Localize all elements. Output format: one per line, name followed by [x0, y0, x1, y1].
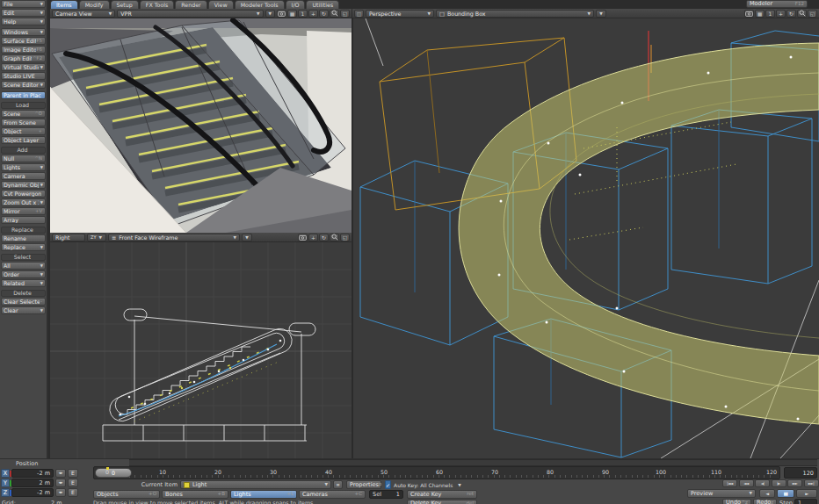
transport-button[interactable]: ►►|: [804, 479, 819, 487]
sidebar-item[interactable]: Camera: [1, 172, 46, 180]
nudge-button[interactable]: ◂▸: [55, 469, 66, 478]
end-frame-field[interactable]: 120: [784, 467, 817, 479]
current-item-dropdown[interactable]: Light ▼: [180, 480, 331, 489]
main-tab[interactable]: Modeler Tools: [235, 0, 285, 9]
sidebar-item[interactable]: Cvt Powergons: [1, 190, 46, 198]
play-forward-button[interactable]: ►: [796, 489, 817, 498]
sidebar-item[interactable]: Mirror +V: [1, 207, 46, 215]
sidebar-item[interactable]: All ▼: [1, 262, 46, 270]
sidebar-item[interactable]: Dynamic Obj ▼: [1, 181, 46, 189]
pan-icon[interactable]: +: [776, 10, 786, 18]
sidebar-item[interactable]: Scene ^O: [1, 110, 46, 118]
main-tab[interactable]: View: [208, 0, 234, 9]
step-field[interactable]: 1: [794, 499, 817, 504]
camera-viewport[interactable]: [50, 18, 352, 233]
perspective-viewport[interactable]: [352, 18, 819, 458]
sidebar-item[interactable]: Virtual Studio ▼: [1, 63, 46, 71]
maximize-viewport-icon[interactable]: ◱: [340, 234, 350, 241]
sidebar-item[interactable]: From Scene: [1, 119, 46, 126]
main-tab[interactable]: FX Tools: [140, 0, 174, 9]
sidebar-item[interactable]: Delete: [1, 290, 46, 297]
sidebar-item[interactable]: Clear ▼: [1, 306, 46, 314]
pane-layout-icon[interactable]: ◫: [354, 10, 364, 18]
main-tab[interactable]: I/O: [286, 0, 306, 9]
zoom-icon[interactable]: [330, 234, 339, 241]
envelope-button[interactable]: E: [68, 479, 78, 487]
wireframe-toggle-icon[interactable]: ▦: [287, 10, 297, 18]
redo-button[interactable]: Redo z: [753, 499, 777, 504]
dope-track[interactable]: [129, 459, 817, 466]
axis-chip[interactable]: Y: [1, 479, 10, 487]
sidebar-item[interactable]: Edit ▼: [1, 9, 46, 17]
render-mode-dropdown[interactable]: VPR ▼: [117, 10, 263, 18]
sidebar-item[interactable]: Scene Editor ▼: [1, 81, 46, 89]
sidebar-item[interactable]: Object +: [1, 127, 46, 135]
preview-dropdown[interactable]: Preview ▼: [687, 489, 756, 498]
create-key-button[interactable]: Create Key ret: [407, 490, 477, 499]
axis-chip[interactable]: Z: [1, 488, 10, 497]
sidebar-item[interactable]: Object Layer: [1, 136, 46, 144]
position-value-field[interactable]: -2 m: [11, 488, 54, 497]
maximize-viewport-icon[interactable]: ◱: [808, 10, 817, 18]
perspective-view-mode-dropdown[interactable]: Perspective ▼: [366, 10, 434, 18]
wireframe-toggle-icon[interactable]: ▦: [755, 10, 765, 18]
sidebar-item[interactable]: Zoom Out x 2 ▼: [1, 198, 46, 206]
main-tab[interactable]: Render: [175, 0, 207, 9]
camera-icon[interactable]: [744, 10, 754, 18]
sidebar-item[interactable]: Parent in Place: [1, 91, 46, 99]
main-tab[interactable]: Items: [50, 0, 78, 9]
sidebar-item[interactable]: Image Editor F6: [1, 46, 46, 54]
edit-mode-button[interactable]: Cameras +C: [299, 490, 366, 499]
sidebar-item[interactable]: Studio LIVE: [1, 72, 46, 80]
zoom-icon[interactable]: [797, 10, 807, 18]
sidebar-item[interactable]: Surface Editor F5: [1, 37, 46, 45]
sidebar-item[interactable]: Order ▼: [1, 270, 46, 278]
side-viewport[interactable]: [50, 242, 352, 458]
transport-button[interactable]: ►►: [787, 479, 802, 487]
transport-button[interactable]: ◄|: [755, 479, 770, 487]
transport-button[interactable]: ◄◄: [739, 479, 754, 487]
rotate-icon[interactable]: ↻: [319, 10, 329, 18]
sidebar-item[interactable]: Replace: [1, 227, 46, 234]
main-tab[interactable]: Setup: [111, 0, 139, 9]
transport-button[interactable]: |◄◄: [722, 479, 737, 487]
camera-icon[interactable]: [298, 234, 308, 241]
axis-indicator[interactable]: ZY ▼: [87, 234, 106, 241]
nudge-button[interactable]: ◂▸: [55, 488, 66, 497]
modeler-button[interactable]: Modeler F12: [746, 0, 808, 8]
camera-view-mode-dropdown[interactable]: Camera View ▼: [52, 10, 115, 18]
auto-key-checkbox[interactable]: ✓: [385, 480, 391, 489]
edit-mode-button[interactable]: Lights +L: [230, 490, 297, 499]
main-tab[interactable]: Modify: [79, 0, 110, 9]
rotate-icon[interactable]: ↻: [319, 234, 329, 241]
sidebar-item[interactable]: Related ▼: [1, 279, 46, 287]
viewport-options-dropdown[interactable]: ▼: [596, 10, 606, 18]
edit-mode-button[interactable]: Objects +O: [93, 490, 160, 499]
sidebar-item[interactable]: Null ^N: [1, 155, 46, 162]
sidebar-item[interactable]: Lights ▼: [1, 163, 46, 171]
position-value-field[interactable]: -2 m: [11, 469, 54, 478]
sidebar-item[interactable]: Help ▼: [1, 18, 46, 25]
sidebar-item[interactable]: Replace ▼: [1, 243, 46, 251]
sidebar-item[interactable]: Graph Editor ^F2: [1, 54, 46, 62]
sidebar-item[interactable]: Rename: [1, 234, 46, 242]
zoom-icon[interactable]: [330, 10, 339, 18]
pan-icon[interactable]: +: [308, 234, 318, 241]
position-value-field[interactable]: 2 m: [11, 479, 54, 487]
envelope-button[interactable]: E: [68, 469, 78, 478]
envelope-button[interactable]: E: [68, 488, 78, 497]
sidebar-item[interactable]: Select: [1, 254, 46, 261]
maximize-viewport-icon[interactable]: ◱: [340, 10, 350, 18]
sidebar-item[interactable]: Add: [1, 147, 46, 154]
play-reverse-button[interactable]: ◄: [759, 489, 775, 498]
nudge-button[interactable]: ◂▸: [55, 479, 66, 487]
camera-icon[interactable]: [277, 10, 286, 18]
sidebar-item[interactable]: File ▼: [1, 0, 46, 8]
rotate-icon[interactable]: ↻: [786, 10, 796, 18]
side-view-mode-dropdown[interactable]: Right: [52, 234, 85, 241]
main-tab[interactable]: Utilities: [306, 0, 339, 9]
sidebar-item[interactable]: Array: [1, 216, 46, 224]
viewport-options-dropdown[interactable]: ▼: [242, 234, 252, 241]
display-mode-dropdown[interactable]: □ Bounding Box ▼: [436, 10, 594, 18]
undo-button[interactable]: Undo ^z: [722, 499, 751, 504]
